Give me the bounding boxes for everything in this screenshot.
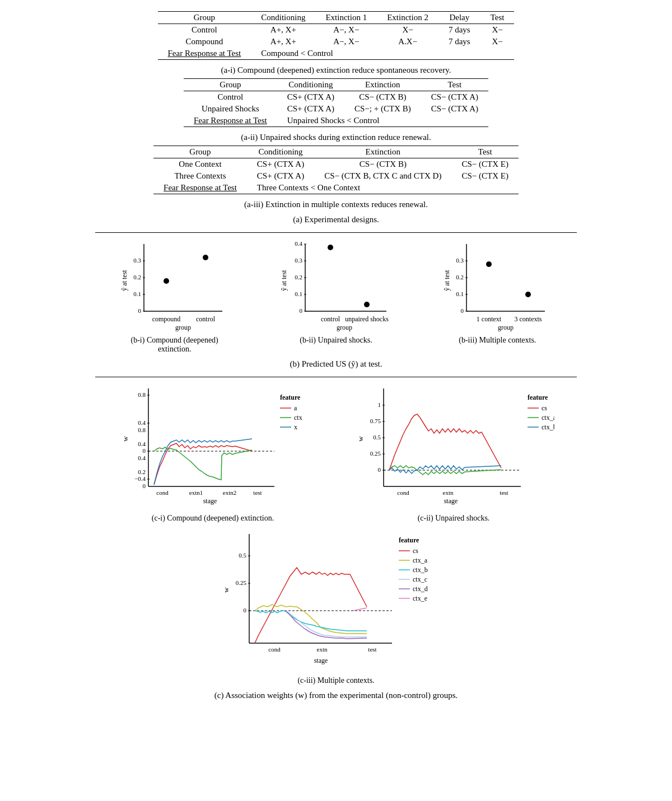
svg-text:−0.4: −0.4 <box>134 475 146 482</box>
svg-text:0.2: 0.2 <box>295 274 302 280</box>
chart-ciii-container: w 0 0.5 0.25 cond extn test stage <box>218 528 454 685</box>
t2-r2-ext: CS−; + (CTX B) <box>344 103 421 115</box>
line-ciii-ctxc <box>286 611 367 637</box>
svg-text:0.75: 0.75 <box>370 418 381 424</box>
chart-biii-svg: 0 0.1 0.2 0.3 ŷ at test 1 context 3 cont… <box>441 238 553 334</box>
table1: Group Conditioning Extinction 1 Extincti… <box>158 11 515 60</box>
svg-text:unpaired shocks: unpaired shocks <box>345 315 389 323</box>
svg-text:0.25: 0.25 <box>370 450 381 457</box>
t2-r2-cond: CS+ (CTX A) <box>277 103 344 115</box>
col-delay: Delay <box>438 12 480 24</box>
svg-text:group: group <box>337 324 352 331</box>
t2-r2-test: CS− (CTX A) <box>421 103 488 115</box>
t2-col-cond: Conditioning <box>277 79 344 91</box>
section-divider <box>95 232 577 233</box>
main-caption-b: (b) Predicted US (ŷ) at test. <box>95 359 577 369</box>
legend-ciii-ctxb-label: ctx_b <box>413 566 428 574</box>
caption-aii: (a-ii) Unpaired shocks during extinction… <box>95 133 577 142</box>
svg-text:0: 0 <box>299 307 302 314</box>
svg-text:1: 1 <box>378 401 381 408</box>
t2-col-group: Group <box>184 79 277 91</box>
chart-cii-svg: w 0 0.25 0.5 0.75 1 cond extn test stage <box>353 383 554 512</box>
legend-ciii-ctxa-label: ctx_a <box>413 556 428 564</box>
t1-note-value: Compound < Control <box>251 48 514 60</box>
t1-r2-cond: A+, X+ <box>251 36 315 48</box>
svg-text:0.25: 0.25 <box>236 579 247 586</box>
t3-r1-cond: CS+ (CTX A) <box>247 158 314 171</box>
svg-text:0.1: 0.1 <box>456 291 464 297</box>
legend-ci-ctx-label: ctx <box>294 414 302 421</box>
t1-r2-ext2: A.X− <box>377 36 438 48</box>
svg-text:1 context: 1 context <box>477 315 502 323</box>
chart-biii-container: 0 0.1 0.2 0.3 ŷ at test 1 context 3 cont… <box>441 238 553 345</box>
t1-r2-ext1: A−, X− <box>315 36 377 48</box>
svg-text:group: group <box>498 324 514 331</box>
scatter-biii-3ctx <box>525 292 531 297</box>
table1-section: Group Conditioning Extinction 1 Extincti… <box>95 11 577 60</box>
t1-r1-group: Control <box>158 24 251 36</box>
svg-text:ŷ at test: ŷ at test <box>120 270 128 291</box>
svg-text:extn2: extn2 <box>223 489 236 496</box>
scatter-bi-control <box>203 255 208 260</box>
t3-col-group: Group <box>153 146 247 158</box>
chart-ci-container: 0 0.4 0.8 0.2 0.4 w cond extn1 extn2 tes… <box>118 383 308 523</box>
chart-ciii-center: w 0 0.5 0.25 cond extn test stage <box>95 528 577 685</box>
svg-text:extn1: extn1 <box>189 489 203 496</box>
table3-section: Group Conditioning Extinction Test One C… <box>95 146 577 194</box>
caption-ai: (a-i) Compound (deepened) extinction red… <box>95 65 577 75</box>
svg-text:0: 0 <box>138 307 141 314</box>
svg-text:group: group <box>175 324 191 331</box>
svg-text:0.3: 0.3 <box>456 257 464 264</box>
scatter-bii-control <box>328 245 333 250</box>
chart-cii-container: w 0 0.25 0.5 0.75 1 cond extn test stage <box>353 383 554 523</box>
svg-text:stage: stage <box>314 657 328 664</box>
svg-text:0.4: 0.4 <box>138 419 146 426</box>
svg-text:test: test <box>253 489 262 496</box>
legend-ci-a-label: a <box>294 404 297 412</box>
t3-col-ext: Extinction <box>314 146 451 158</box>
line-ciii-ctxe <box>353 608 367 611</box>
scatter-plots-row: 0 0.1 0.2 0.3 ŷ at test compound control… <box>95 238 577 354</box>
t1-r1-cond: A+, X+ <box>251 24 315 36</box>
svg-text:0: 0 <box>143 483 146 489</box>
svg-text:cond: cond <box>156 489 169 496</box>
legend-ci-title: feature <box>280 394 301 401</box>
chart-bii-label: (b-ii) Unpaired shocks. <box>300 336 372 345</box>
legend-ciii-ctxe-label: ctx_e <box>413 594 427 602</box>
line-cii-ctxb <box>389 466 501 474</box>
main-caption-c: (c) Association weights (w) from the exp… <box>95 691 577 700</box>
t1-note-label: Fear Response at Test <box>158 48 251 60</box>
svg-text:0: 0 <box>143 447 146 454</box>
t2-note-label: Fear Response at Test <box>184 115 277 127</box>
line-ciii-ctxb <box>255 611 367 631</box>
t3-r2-cond: CS+ (CTX A) <box>247 170 314 182</box>
chart-bi-svg: 0 0.1 0.2 0.3 ŷ at test compound control… <box>119 238 231 334</box>
svg-text:cond: cond <box>397 489 409 496</box>
legend-cii-ctxa-label: ctx_a <box>542 414 554 421</box>
chart-ciii-label: (c-iii) Multiple contexts. <box>297 676 374 685</box>
chart-biii-label: (b-iii) Multiple contexts. <box>459 336 536 345</box>
t1-r1-ext1: A−, X− <box>315 24 377 36</box>
chart-cii-label: (c-ii) Unpaired shocks. <box>418 514 490 523</box>
svg-text:compound: compound <box>152 315 180 323</box>
t1-r2-delay: 7 days <box>438 36 480 48</box>
svg-text:control: control <box>321 315 340 323</box>
t3-r1-ext: CS− (CTX B) <box>314 158 451 171</box>
svg-text:0.5: 0.5 <box>239 552 246 559</box>
line-ci-x <box>154 439 252 485</box>
legend-ciii-ctxd-label: ctx_d <box>413 585 428 593</box>
chart-bi-label: (b-i) Compound (deepened) extinction. <box>119 336 231 354</box>
legend-cii-cs-label: cs <box>542 404 547 412</box>
svg-text:stage: stage <box>444 497 458 505</box>
svg-text:cond: cond <box>268 646 281 653</box>
line-ciii-cs <box>255 568 367 643</box>
line-cii-cs <box>389 414 501 470</box>
svg-text:control: control <box>196 315 216 323</box>
svg-text:0.1: 0.1 <box>133 291 141 297</box>
t3-r1-group: One Context <box>153 158 247 171</box>
t2-col-ext: Extinction <box>344 79 421 91</box>
t3-r1-test: CS− (CTX E) <box>451 158 518 171</box>
legend-ciii-title: feature <box>399 536 419 544</box>
t3-col-test: Test <box>451 146 518 158</box>
t1-r2-group: Compound <box>158 36 251 48</box>
